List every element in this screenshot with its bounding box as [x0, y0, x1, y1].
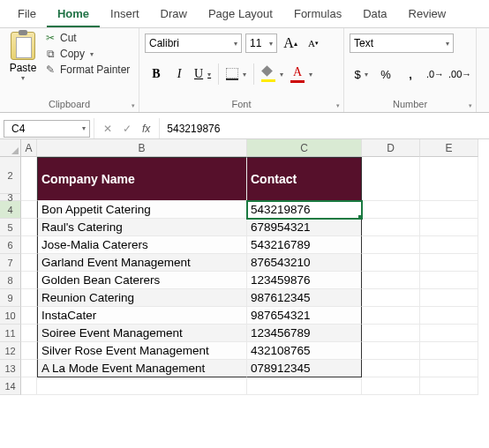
bold-button[interactable]: B [145, 63, 168, 85]
increase-decimal-button[interactable]: .0→ [424, 63, 447, 85]
tab-file[interactable]: File [7, 4, 47, 27]
tab-home[interactable]: Home [47, 4, 100, 27]
cell-B8[interactable]: Golden Bean Caterers [37, 272, 247, 289]
row-header-5[interactable]: 5 [0, 219, 21, 236]
fill-color-button[interactable]: ▾ [258, 63, 287, 85]
increase-font-button[interactable]: A▴ [281, 34, 300, 53]
comma-format-button[interactable]: , [399, 63, 422, 85]
name-box[interactable]: C4▾ [4, 120, 90, 138]
cell-D14[interactable] [362, 377, 420, 395]
cell-A8[interactable] [21, 272, 37, 289]
cell-C2[interactable]: Contact [247, 157, 362, 201]
cell-D9[interactable] [362, 289, 420, 307]
row-header-10[interactable]: 10 [0, 307, 21, 325]
tab-page-layout[interactable]: Page Layout [198, 4, 283, 27]
cell-A2[interactable] [21, 157, 37, 201]
cell-D4[interactable] [362, 201, 420, 219]
tab-data[interactable]: Data [352, 4, 397, 27]
cell-B10[interactable]: InstaCater [37, 307, 247, 325]
cell-E9[interactable] [420, 289, 478, 307]
cell-D13[interactable] [362, 360, 420, 377]
decrease-font-button[interactable]: A▾ [304, 34, 323, 53]
cell-C13[interactable]: 078912345 [247, 360, 362, 377]
cell-B13[interactable]: A La Mode Event Management [37, 360, 247, 377]
cell-D11[interactable] [362, 325, 420, 342]
cell-A10[interactable] [21, 307, 37, 325]
row-header-14[interactable]: 14 [0, 377, 21, 395]
cell-E14[interactable] [420, 377, 478, 395]
col-header-C[interactable]: C [247, 139, 362, 157]
cell-E5[interactable] [420, 219, 478, 236]
col-header-B[interactable]: B [37, 139, 247, 157]
cell-D8[interactable] [362, 272, 420, 289]
cell-E13[interactable] [420, 360, 478, 377]
col-header-A[interactable]: A [21, 139, 37, 157]
formula-bar[interactable]: 543219876 [160, 123, 489, 135]
cell-A5[interactable] [21, 219, 37, 236]
cell-A14[interactable] [21, 377, 37, 395]
cell-D5[interactable] [362, 219, 420, 236]
cell-C5[interactable]: 678954321 [247, 219, 362, 236]
cell-A6[interactable] [21, 236, 37, 254]
cell-E2[interactable] [420, 157, 478, 201]
row-header-2[interactable]: 2 [0, 157, 21, 194]
cell-B5[interactable]: Raul's Catering [37, 219, 247, 236]
row-header-8[interactable]: 8 [0, 272, 21, 289]
font-name-combo[interactable]: Calibri▾ [145, 34, 242, 53]
percent-format-button[interactable]: % [374, 63, 397, 85]
cell-C4[interactable]: 543219876 [247, 201, 362, 219]
number-format-combo[interactable]: Text▾ [350, 34, 454, 53]
cell-B2[interactable]: Company Name [37, 157, 247, 201]
cell-E7[interactable] [420, 254, 478, 272]
cancel-icon[interactable]: ✕ [103, 123, 112, 135]
tab-review[interactable]: Review [398, 4, 457, 27]
cell-A7[interactable] [21, 254, 37, 272]
cell-B6[interactable]: Jose-Malia Caterers [37, 236, 247, 254]
cell-B9[interactable]: Reunion Catering [37, 289, 247, 307]
cell-B14[interactable] [37, 377, 247, 395]
underline-button[interactable]: U▾ [191, 63, 219, 85]
enter-icon[interactable]: ✓ [123, 123, 132, 135]
chevron-down-icon[interactable]: ▾ [90, 50, 94, 58]
row-header-13[interactable]: 13 [0, 360, 21, 377]
select-all-corner[interactable] [0, 139, 21, 157]
chevron-down-icon[interactable]: ▾ [21, 74, 25, 82]
paste-button[interactable]: Paste ▾ [5, 30, 41, 82]
cell-C10[interactable]: 987654321 [247, 307, 362, 325]
cell-E6[interactable] [420, 236, 478, 254]
decrease-decimal-button[interactable]: .00→ [448, 63, 471, 85]
cell-C9[interactable]: 987612345 [247, 289, 362, 307]
cell-B11[interactable]: Soiree Event Management [37, 325, 247, 342]
cell-A13[interactable] [21, 360, 37, 377]
cell-B4[interactable]: Bon Appetit Catering [37, 201, 247, 219]
fx-icon[interactable]: fx [142, 123, 150, 135]
cell-C14[interactable] [247, 377, 362, 395]
italic-button[interactable]: I [168, 63, 191, 85]
cell-D10[interactable] [362, 307, 420, 325]
cell-D2[interactable] [362, 157, 420, 201]
cell-C6[interactable]: 543216789 [247, 236, 362, 254]
col-header-E[interactable]: E [420, 139, 478, 157]
row-header-3[interactable]: 3 [0, 194, 21, 201]
cell-C7[interactable]: 876543210 [247, 254, 362, 272]
cell-D7[interactable] [362, 254, 420, 272]
cell-C11[interactable]: 123456789 [247, 325, 362, 342]
cell-E4[interactable] [420, 201, 478, 219]
cell-C8[interactable]: 123459876 [247, 272, 362, 289]
format-painter-button[interactable]: ✎Format Painter [44, 63, 130, 76]
row-header-9[interactable]: 9 [0, 289, 21, 307]
cut-button[interactable]: ✂Cut [44, 32, 130, 44]
cell-C12[interactable]: 432108765 [247, 342, 362, 360]
row-header-12[interactable]: 12 [0, 342, 21, 360]
col-header-D[interactable]: D [362, 139, 420, 157]
row-header-11[interactable]: 11 [0, 325, 21, 342]
copy-button[interactable]: ⧉Copy▾ [44, 48, 130, 60]
accounting-format-button[interactable]: $▾ [350, 63, 372, 85]
cell-A12[interactable] [21, 342, 37, 360]
cell-A11[interactable] [21, 325, 37, 342]
tab-insert[interactable]: Insert [100, 4, 150, 27]
cell-B7[interactable]: Garland Event Management [37, 254, 247, 272]
cell-E8[interactable] [420, 272, 478, 289]
border-button[interactable]: ▾ [222, 63, 254, 85]
cell-B12[interactable]: Silver Rose Event Management [37, 342, 247, 360]
